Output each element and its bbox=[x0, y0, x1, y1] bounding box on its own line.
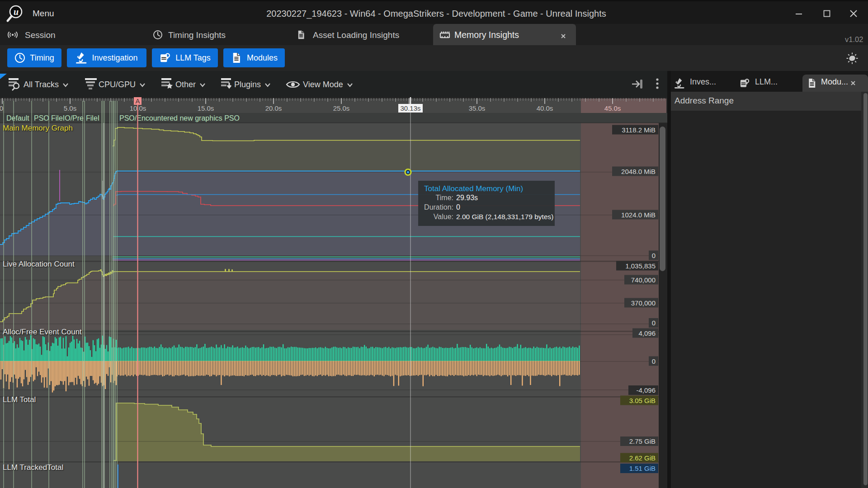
svg-text:2.62 GiB: 2.62 GiB bbox=[629, 454, 656, 462]
svg-text:25.0s: 25.0s bbox=[333, 104, 350, 112]
svg-text:1,035,835: 1,035,835 bbox=[625, 262, 656, 270]
svg-text:5.0s: 5.0s bbox=[64, 104, 76, 112]
svg-text:45.0s: 45.0s bbox=[604, 104, 621, 112]
svg-text:0: 0 bbox=[0, 104, 3, 112]
svg-text:Default: Default bbox=[6, 114, 29, 122]
svg-text:1024.0 MiB: 1024.0 MiB bbox=[621, 211, 656, 219]
svg-text:3.05 GiB: 3.05 GiB bbox=[629, 397, 656, 404]
svg-text:2048.0 MiB: 2048.0 MiB bbox=[621, 168, 656, 175]
svg-text:FileI: FileI bbox=[86, 114, 99, 122]
svg-text:20.0s: 20.0s bbox=[265, 104, 282, 112]
svg-text:A: A bbox=[135, 97, 140, 105]
svg-text:740,000: 740,000 bbox=[631, 276, 656, 284]
svg-text:Live Allocation Count: Live Allocation Count bbox=[3, 260, 75, 268]
svg-text:2.75 GiB: 2.75 GiB bbox=[629, 437, 656, 445]
svg-text:0: 0 bbox=[652, 252, 656, 259]
svg-text:370,000: 370,000 bbox=[631, 299, 656, 307]
svg-text:FileIO/Pre: FileIO/Pre bbox=[51, 114, 84, 122]
svg-text:35.0s: 35.0s bbox=[469, 104, 486, 112]
svg-text:1.51 GiB: 1.51 GiB bbox=[629, 465, 656, 472]
svg-text:LLM TrackedTotal: LLM TrackedTotal bbox=[3, 463, 63, 472]
svg-text:15.0s: 15.0s bbox=[198, 104, 214, 112]
svg-text:Main Memory Graph: Main Memory Graph bbox=[3, 124, 73, 132]
svg-text:LLM Total: LLM Total bbox=[3, 395, 36, 404]
svg-text:3118.2 MiB: 3118.2 MiB bbox=[622, 126, 656, 134]
svg-text:0: 0 bbox=[652, 357, 656, 365]
svg-text:Alloc/Free Event Count: Alloc/Free Event Count bbox=[3, 328, 82, 336]
svg-text:PSO: PSO bbox=[34, 114, 49, 122]
svg-text:4,096: 4,096 bbox=[638, 329, 656, 337]
svg-text:40.0s: 40.0s bbox=[537, 104, 553, 112]
svg-text:30.13s: 30.13s bbox=[400, 104, 420, 112]
svg-text:0: 0 bbox=[652, 319, 656, 327]
svg-text:-4,096: -4,096 bbox=[636, 386, 656, 394]
